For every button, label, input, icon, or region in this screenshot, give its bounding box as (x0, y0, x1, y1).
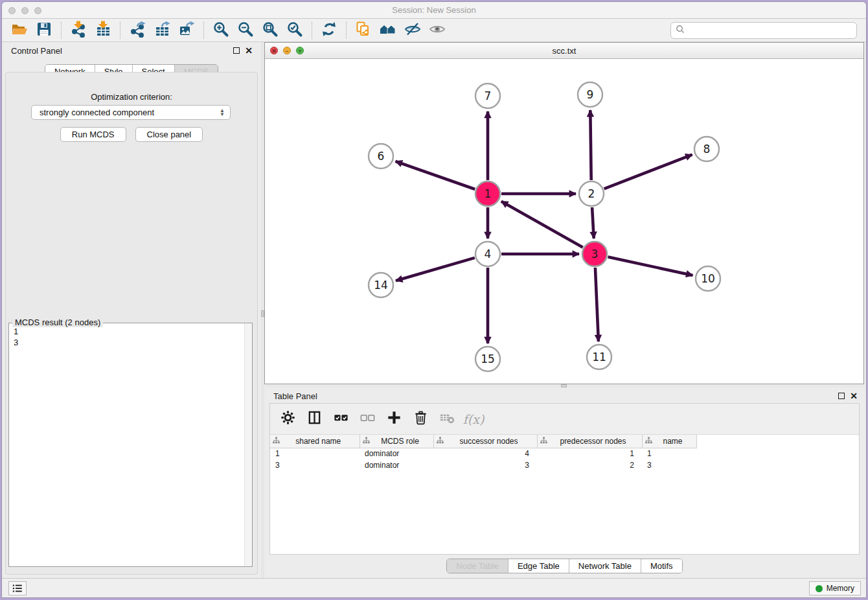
export-image-button[interactable] (174, 21, 199, 40)
node-3[interactable]: 3 (582, 242, 607, 266)
node-table-container: f(x) shared nameMCDS rolesuccessor nodes… (269, 403, 860, 555)
criterion-dropdown[interactable]: strongly connected component ▲▼ (31, 105, 231, 120)
save-session-button[interactable] (32, 21, 56, 40)
table-row[interactable]: 1dominator411 (270, 448, 696, 459)
table-panel-float-icon[interactable] (838, 393, 845, 399)
zoom-selected-icon (286, 21, 303, 40)
table-panel-close-icon[interactable]: ✕ (850, 390, 858, 402)
nested-networks-button[interactable] (376, 21, 400, 40)
optimization-criterion-label: Optimization criterion: (6, 92, 257, 102)
edge-3-11[interactable] (595, 268, 599, 341)
table-mode-gear-button[interactable] (279, 411, 296, 428)
table-cell[interactable]: dominator (360, 448, 433, 459)
edge-3-10[interactable] (608, 257, 693, 275)
column-layout-icon (306, 410, 323, 428)
table-cell[interactable]: 3 (433, 459, 537, 471)
column-layout-button[interactable] (306, 411, 323, 428)
column-header-successor-nodes[interactable]: successor nodes (433, 435, 537, 448)
zoom-out-icon (237, 21, 254, 40)
export-network-icon (129, 21, 146, 40)
table-cell[interactable]: 1 (642, 448, 696, 459)
select-all-columns-button[interactable] (332, 411, 349, 428)
edge-2-8[interactable] (604, 155, 692, 189)
zoom-fit-button[interactable] (258, 21, 282, 40)
edge-2-3[interactable] (592, 207, 594, 238)
network-window-maximize-icon[interactable]: + (296, 47, 304, 54)
node-6[interactable]: 6 (369, 144, 393, 168)
delete-columns-button[interactable] (412, 411, 429, 428)
edge-2-9[interactable] (590, 110, 591, 180)
close-panel-button[interactable]: Close panel (135, 127, 203, 142)
node-11[interactable]: 11 (587, 345, 611, 369)
mcds-result-scrollbar[interactable] (244, 323, 252, 566)
tab-edge-table[interactable]: Edge Table (508, 559, 569, 573)
zoom-out-button[interactable] (233, 21, 258, 40)
export-table-button[interactable] (150, 21, 174, 40)
search-input[interactable] (685, 24, 856, 37)
zoom-selected-button[interactable] (282, 21, 307, 40)
node-15[interactable]: 15 (475, 347, 500, 371)
node-14[interactable]: 14 (369, 273, 393, 297)
table-row[interactable]: 3dominator323 (270, 459, 696, 471)
toolbar-separator (312, 22, 312, 39)
svg-text:14: 14 (374, 279, 388, 292)
window-zoom-icon[interactable] (34, 7, 41, 14)
import-network-button[interactable] (66, 21, 91, 40)
table-cell[interactable]: 1 (537, 448, 642, 459)
node-1[interactable]: 1 (475, 181, 500, 206)
mcds-result-text[interactable]: 13 (10, 325, 243, 566)
node-9[interactable]: 9 (578, 82, 602, 107)
status-bar: Memory (2, 578, 866, 597)
open-session-button[interactable] (7, 21, 32, 40)
tab-motifs[interactable]: Motifs (641, 559, 682, 573)
table-cell[interactable]: 2 (537, 459, 642, 471)
export-network-button[interactable] (125, 21, 150, 40)
column-header-predecessor-nodes[interactable]: predecessor nodes (537, 435, 642, 448)
import-table-button[interactable] (91, 21, 115, 40)
edge-3-1[interactable] (501, 202, 583, 248)
window-minimize-icon[interactable] (21, 7, 29, 14)
hide-graphics-details-button[interactable] (400, 21, 425, 40)
show-graphics-details-button[interactable] (425, 21, 450, 40)
network-canvas[interactable]: 7968124314101511 (265, 60, 863, 384)
column-header-label: MCDS role (370, 437, 431, 446)
node-4[interactable]: 4 (475, 242, 500, 266)
refresh-network-button[interactable] (317, 21, 341, 40)
deselect-all-columns-button[interactable] (359, 411, 376, 428)
column-header-shared-name[interactable]: shared name (270, 435, 360, 448)
duplicate-network-button[interactable] (351, 21, 376, 40)
table-cell[interactable]: dominator (360, 459, 433, 471)
run-mcds-button[interactable]: Run MCDS (60, 127, 126, 142)
create-column-button[interactable] (385, 411, 402, 428)
column-header-name[interactable]: name (642, 435, 696, 448)
window-close-icon[interactable] (8, 7, 16, 14)
task-history-button[interactable] (8, 581, 27, 595)
control-panel: Control Panel ✕ NetworkStyleSelectMCDS O… (2, 42, 261, 578)
table-cell[interactable]: 1 (270, 448, 360, 459)
column-header-MCDS-role[interactable]: MCDS role (360, 435, 433, 448)
table-cell[interactable]: 4 (433, 448, 537, 459)
node-7[interactable]: 7 (475, 84, 500, 108)
memory-button[interactable]: Memory (809, 581, 861, 595)
node-8[interactable]: 8 (694, 137, 719, 161)
sort-hierarchy-icon (540, 437, 547, 446)
hide-graphics-details-icon (404, 21, 421, 40)
table-cell[interactable]: 3 (642, 459, 696, 471)
delete-table-button (439, 411, 455, 428)
search-box[interactable] (670, 22, 857, 39)
table-panel-title: Table Panel (273, 391, 317, 401)
control-panel-float-icon[interactable] (233, 47, 240, 54)
node-10[interactable]: 10 (696, 266, 720, 291)
network-window-close-icon[interactable]: ✕ (270, 47, 278, 54)
tab-network-table[interactable]: Network Table (569, 559, 641, 573)
tab-node-table[interactable]: Node Table (447, 559, 508, 573)
control-panel-close-icon[interactable]: ✕ (245, 45, 253, 56)
zoom-in-button[interactable] (209, 21, 233, 40)
table-cell[interactable]: 3 (270, 459, 360, 471)
node-2[interactable]: 2 (579, 181, 604, 206)
edge-1-6[interactable] (396, 161, 475, 189)
network-window-minimize-icon[interactable]: − (283, 47, 291, 54)
export-table-icon (154, 21, 170, 40)
edge-4-14[interactable] (396, 258, 475, 281)
mcds-result-line: 1 (14, 326, 239, 337)
